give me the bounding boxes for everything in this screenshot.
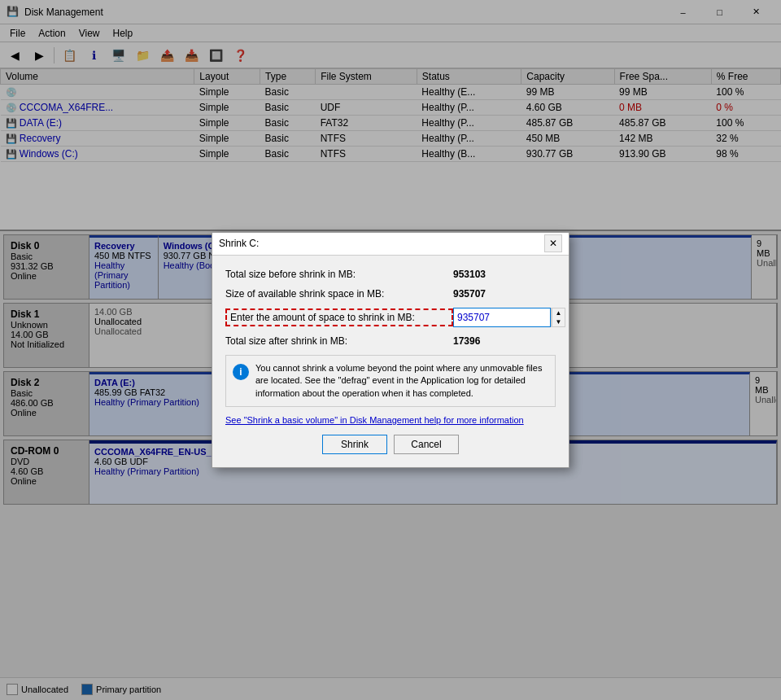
modal-title: Shrink C:: [219, 238, 259, 249]
spin-down[interactable]: ▼: [552, 317, 565, 326]
modal-help-link[interactable]: See "Shrink a basic volume" in Disk Mana…: [225, 415, 556, 425]
modal-value-avail-shrink: 935707: [453, 288, 556, 300]
modal-row-avail-shrink: Size of available shrink space in MB: 93…: [225, 288, 556, 300]
cancel-button[interactable]: Cancel: [394, 435, 459, 454]
modal-input-row: Enter the amount of space to shrink in M…: [225, 308, 556, 327]
spin-up[interactable]: ▲: [552, 308, 565, 317]
modal-input-label: Enter the amount of space to shrink in M…: [225, 308, 453, 326]
modal-body: Total size before shrink in MB: 953103 S…: [212, 256, 569, 467]
shrink-amount-input[interactable]: [453, 308, 551, 327]
modal-row-total-before: Total size before shrink in MB: 953103: [225, 269, 556, 280]
modal-close-button[interactable]: ✕: [544, 234, 562, 252]
info-icon: i: [233, 364, 249, 380]
modal-input-wrap: ▲ ▼: [453, 308, 565, 327]
modal-titlebar: Shrink C: ✕: [212, 233, 569, 256]
modal-value-total-after: 17396: [453, 335, 556, 347]
modal-row-total-after: Total size after shrink in MB: 17396: [225, 335, 556, 347]
modal-value-total-before: 953103: [453, 269, 556, 280]
modal-buttons: Shrink Cancel: [225, 435, 556, 454]
shrink-dialog: Shrink C: ✕ Total size before shrink in …: [212, 232, 569, 468]
shrink-button[interactable]: Shrink: [322, 435, 387, 454]
modal-info-text: You cannot shrink a volume beyond the po…: [255, 362, 548, 400]
modal-label-total-before: Total size before shrink in MB:: [225, 269, 453, 280]
spinner: ▲ ▼: [551, 308, 565, 327]
modal-label-total-after: Total size after shrink in MB:: [225, 335, 453, 347]
modal-overlay: Shrink C: ✕ Total size before shrink in …: [0, 0, 781, 700]
modal-info-box: i You cannot shrink a volume beyond the …: [225, 355, 556, 407]
modal-label-avail-shrink: Size of available shrink space in MB:: [225, 288, 453, 300]
